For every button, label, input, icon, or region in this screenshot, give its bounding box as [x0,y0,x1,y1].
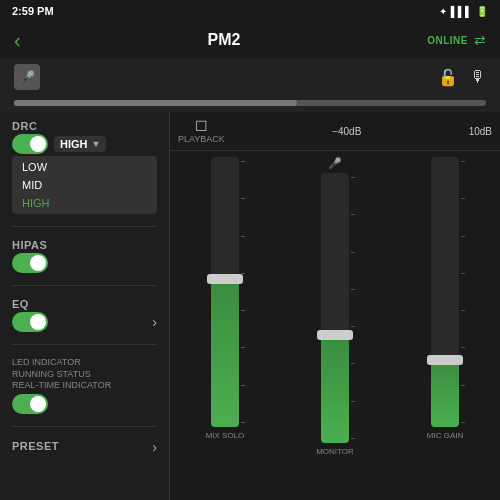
drc-section: DRC HIGH ▼ LOW MID HIGH [12,120,157,214]
microphone-icon: 🎤 [19,70,35,85]
tick [461,273,465,274]
slider-fill-mic-gain [431,360,459,428]
tick [351,438,355,439]
channel-label-monitor: MONITOR [316,447,354,456]
status-bar: 2:59 PM ✦ ▌▌▌ 🔋 [0,0,500,22]
bluetooth-icon: ✦ [439,6,447,17]
drc-dropdown-btn[interactable]: HIGH ▼ [54,136,106,152]
playback-label: PLAYBACK [178,134,225,144]
left-panel: DRC HIGH ▼ LOW MID HIGH HIPAS [0,112,170,500]
header-right: ONLINE ⇄ [427,32,486,48]
led-section: LED INDICATOR RUNNING STATUS REAL-TIME I… [12,357,157,414]
hipas-row [12,253,157,273]
battery-icon: 🔋 [476,6,488,17]
tick [351,401,355,402]
tick [241,198,245,199]
header: ‹ PM2 ONLINE ⇄ [0,22,500,58]
slider-monitor: 🎤 MONITOR [284,157,386,494]
tick [461,385,465,386]
slider-thumb-mic-gain[interactable] [427,355,463,365]
slider-track-monitor[interactable] [321,173,349,443]
volume-bar-row [0,96,500,112]
preset-section: PRESET › [12,439,157,455]
volume-bar[interactable] [14,100,486,106]
tick [461,422,465,423]
tick [461,236,465,237]
divider-2 [12,285,157,286]
slider-track-mic-gain[interactable] [431,157,459,427]
signal-icon: ▌▌▌ [451,6,472,17]
drc-dropdown-arrow: ▼ [92,139,101,149]
tick [351,177,355,178]
slider-thumb-monitor[interactable] [317,330,353,340]
led-toggle[interactable] [12,394,48,414]
slider-thumb-mix-solo[interactable] [207,274,243,284]
mic-top-icon[interactable]: 🎙 [470,68,486,86]
led-line2: RUNNING STATUS [12,369,157,381]
top-controls: 🎤 🔓 🎙 [0,58,500,96]
hipas-toggle[interactable] [12,253,48,273]
mix-solo-sublabel: MIX SOLO [206,431,245,440]
tick [241,236,245,237]
preset-label: PRESET [12,440,59,452]
drc-option-low[interactable]: LOW [12,158,157,176]
tick [351,363,355,364]
tick-marks-2 [351,173,355,443]
mic-gain-sublabel: MIC GAIN [427,431,463,440]
tick [461,310,465,311]
playback-icon: ☐ [195,118,208,134]
eq-label: EQ [12,298,157,310]
status-icons: ✦ ▌▌▌ 🔋 [439,6,488,17]
tick [241,161,245,162]
drc-option-high[interactable]: HIGH [12,194,157,212]
eq-section: EQ › [12,298,157,332]
tick [351,326,355,327]
mic-icon-button[interactable]: 🎤 [14,64,40,90]
link-icon[interactable]: ⇄ [474,32,486,48]
tick [241,385,245,386]
led-line3: REAL-TIME INDICATOR [12,380,157,392]
volume-fill [14,100,297,106]
led-label: LED INDICATOR RUNNING STATUS REAL-TIME I… [12,357,157,392]
slider-track-mix-solo[interactable] [211,157,239,427]
slider-mic-gain: MIC GAIN [394,157,496,494]
tick [241,310,245,311]
eq-toggle[interactable] [12,312,48,332]
monitor-mic-icon: 🎤 [328,157,342,170]
tick [351,214,355,215]
hipas-section: HIPAS [12,239,157,273]
online-badge: ONLINE [427,35,468,46]
slider-mix-solo: MIX SOLO [174,157,276,494]
right-panel: ☐ PLAYBACK −40dB 10dB [170,112,500,500]
tick [461,198,465,199]
divider-3 [12,344,157,345]
db-label-2: 10dB [469,126,492,137]
tick [351,252,355,253]
back-button[interactable]: ‹ [14,29,21,52]
divider-1 [12,226,157,227]
slider-fill-monitor [321,335,349,443]
channel-label-mic-gain: MIC GAIN [427,431,463,440]
eq-row: › [12,312,157,332]
page-title: PM2 [207,31,240,49]
tick [241,422,245,423]
drc-dropdown-menu: LOW MID HIGH [12,156,157,214]
main-content: DRC HIGH ▼ LOW MID HIGH HIPAS [0,112,500,500]
tick [241,347,245,348]
drc-toggle[interactable] [12,134,48,154]
channel-label-mix-solo: MIX SOLO [206,431,245,440]
status-time: 2:59 PM [12,5,54,17]
hipas-label: HIPAS [12,239,157,251]
drc-option-mid[interactable]: MID [12,176,157,194]
playback-info: ☐ PLAYBACK [178,118,225,144]
lock-icon[interactable]: 🔓 [438,68,458,87]
tick-marks-1 [241,157,245,427]
eq-arrow[interactable]: › [152,314,157,330]
led-line1: LED INDICATOR [12,357,157,369]
divider-4 [12,426,157,427]
drc-label: DRC [12,120,157,132]
monitor-sublabel: MONITOR [316,447,354,456]
led-row [12,394,157,414]
preset-arrow[interactable]: › [152,439,157,455]
sliders-area: MIX SOLO 🎤 [170,151,500,500]
